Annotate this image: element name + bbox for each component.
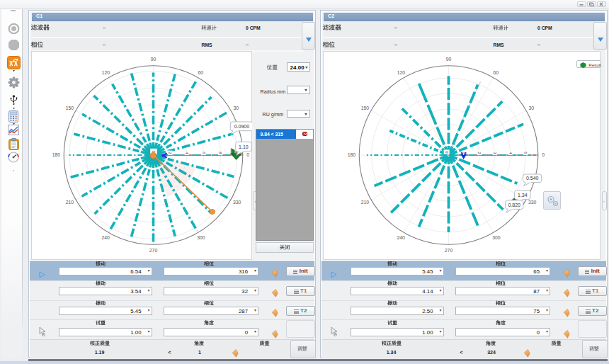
- svg-text:30: 30: [234, 106, 239, 110]
- svg-text:180: 180: [52, 152, 61, 157]
- svg-text:210: 210: [361, 200, 370, 205]
- svg-text:330: 330: [528, 200, 537, 205]
- svg-text:210: 210: [66, 200, 74, 205]
- svg-text:120: 120: [102, 70, 110, 75]
- svg-text:60: 60: [198, 70, 204, 75]
- svg-text:180: 180: [348, 152, 356, 157]
- svg-text:5: 5: [523, 152, 528, 154]
- svg-text:150: 150: [66, 106, 74, 110]
- svg-text:2: 2: [477, 152, 482, 154]
- svg-text:0: 0: [542, 152, 545, 157]
- svg-text:0.0900: 0.0900: [234, 124, 250, 129]
- svg-text:1.34: 1.34: [518, 193, 528, 198]
- svg-text:330: 330: [233, 200, 241, 205]
- svg-text:8: 8: [218, 152, 222, 154]
- svg-text:60: 60: [494, 70, 499, 75]
- svg-text:90: 90: [446, 57, 452, 62]
- svg-text:270: 270: [445, 248, 453, 253]
- svg-text:30: 30: [529, 106, 535, 110]
- svg-text:300: 300: [197, 235, 205, 240]
- svg-text:300: 300: [492, 235, 501, 240]
- svg-text:0.820: 0.820: [508, 203, 520, 207]
- svg-text:2: 2: [168, 152, 172, 154]
- svg-text:270: 270: [149, 248, 158, 253]
- svg-text:240: 240: [102, 235, 110, 240]
- svg-text:150: 150: [361, 106, 370, 110]
- svg-text:0: 0: [445, 151, 449, 153]
- svg-text:6: 6: [202, 152, 206, 154]
- svg-text:120: 120: [397, 70, 406, 75]
- svg-text:0: 0: [246, 152, 249, 157]
- svg-text:1.10: 1.10: [239, 144, 249, 149]
- svg-text:0.540: 0.540: [526, 176, 539, 181]
- svg-text:240: 240: [397, 235, 406, 240]
- svg-text:90: 90: [151, 57, 156, 62]
- svg-text:3: 3: [493, 152, 497, 154]
